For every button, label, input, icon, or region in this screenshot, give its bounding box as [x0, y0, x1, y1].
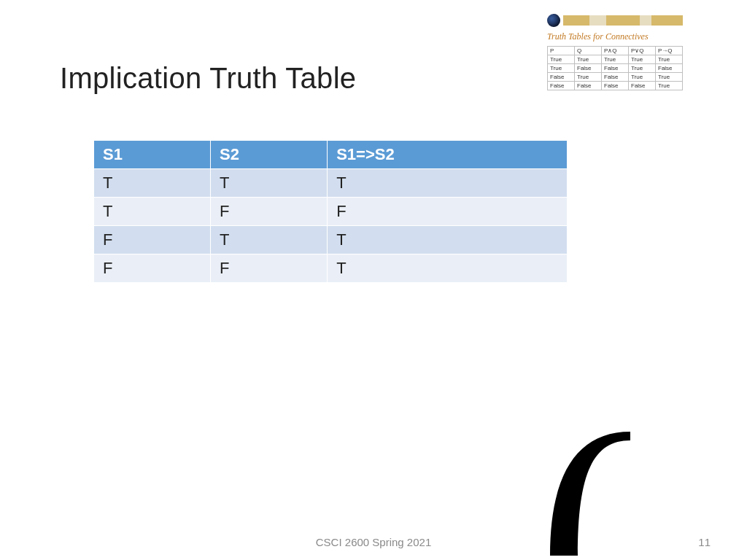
table-row: T F F	[94, 198, 568, 226]
cell: False	[548, 73, 575, 82]
cell: True	[656, 73, 683, 82]
col-s1: S1	[94, 141, 211, 169]
table-header-row: S1 S2 S1=>S2	[94, 141, 568, 169]
cell: T	[94, 169, 211, 198]
footer-course: CSCI 2600 Spring 2021	[316, 536, 431, 548]
cell: True	[629, 73, 656, 82]
table-row: F F T	[94, 254, 568, 283]
ref-col-p: P	[548, 47, 575, 55]
cell: False	[548, 82, 575, 90]
cell: True	[656, 55, 683, 64]
connectives-table: P Q P∧Q P∨Q P→Q True True True True True…	[547, 46, 683, 90]
implication-table: S1 S2 S1=>S2 T T T T F F F T T F F T	[93, 140, 568, 283]
ref-col-or: P∨Q	[629, 47, 656, 55]
table-row: False True False True True	[548, 73, 683, 82]
cell: True	[575, 55, 602, 64]
col-impl: S1=>S2	[328, 141, 568, 169]
cell: False	[602, 82, 629, 90]
cell: True	[548, 64, 575, 73]
col-s2: S2	[211, 141, 328, 169]
cell: False	[575, 82, 602, 90]
cell: F	[211, 198, 328, 226]
cell: False	[656, 64, 683, 73]
ref-col-imp: P→Q	[656, 47, 683, 55]
cell: T	[211, 226, 328, 254]
table-row: True False False True False	[548, 64, 683, 73]
cell: True	[629, 55, 656, 64]
decorative-glyph-icon	[550, 432, 630, 556]
cell: F	[94, 254, 211, 283]
globe-icon	[547, 14, 560, 27]
table-row: False False False False True	[548, 82, 683, 90]
table-header-row: P Q P∧Q P∨Q P→Q	[548, 47, 683, 55]
cell: T	[94, 198, 211, 226]
slide-title: Implication Truth Table	[60, 62, 356, 95]
cell: True	[656, 82, 683, 90]
cell: False	[602, 64, 629, 73]
cell: F	[94, 226, 211, 254]
table-row: F T T	[94, 226, 568, 254]
cell: F	[211, 254, 328, 283]
cell: T	[328, 226, 568, 254]
cell: True	[629, 64, 656, 73]
cell: False	[602, 73, 629, 82]
reference-title: Truth Tables for Connectives	[547, 31, 683, 42]
cell: True	[548, 55, 575, 64]
cell: T	[211, 169, 328, 198]
map-bar-icon	[563, 15, 683, 26]
cell: F	[328, 198, 568, 226]
cell: False	[575, 64, 602, 73]
table-row: True True True True True	[548, 55, 683, 64]
cell: T	[328, 169, 568, 198]
cell: False	[629, 82, 656, 90]
ref-col-q: Q	[575, 47, 602, 55]
cell: True	[602, 55, 629, 64]
reference-header-graphic	[547, 14, 683, 27]
ref-col-and: P∧Q	[602, 47, 629, 55]
reference-panel: Truth Tables for Connectives P Q P∧Q P∨Q…	[547, 14, 683, 90]
table-row: T T T	[94, 169, 568, 198]
cell: True	[575, 73, 602, 82]
cell: T	[328, 254, 568, 283]
page-number: 11	[698, 536, 711, 548]
